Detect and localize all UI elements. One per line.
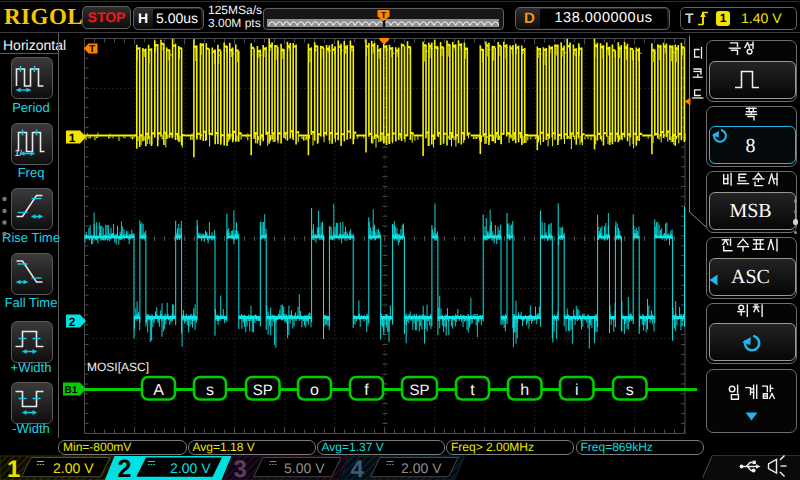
svg-text:2: 2 — [118, 455, 132, 480]
svg-text:2.00 V: 2.00 V — [401, 460, 442, 476]
svg-text:2.00 V: 2.00 V — [53, 460, 94, 476]
svg-text:2: 2 — [69, 315, 76, 329]
svg-text:h: h — [520, 382, 529, 399]
svg-text:T: T — [89, 44, 95, 55]
svg-text:s: s — [206, 382, 214, 399]
svg-text:A: A — [153, 382, 164, 399]
svg-text:3: 3 — [234, 456, 247, 480]
svg-text:f: f — [364, 382, 369, 399]
svg-text:i: i — [575, 382, 579, 399]
svg-text:SP: SP — [409, 382, 429, 399]
svg-text:SP: SP — [253, 382, 273, 399]
svg-text:2.00 V: 2.00 V — [170, 460, 211, 476]
svg-text:5.00 V: 5.00 V — [284, 460, 325, 476]
svg-text:1: 1 — [7, 456, 20, 480]
svg-text:1: 1 — [69, 131, 76, 145]
svg-text:t: t — [470, 382, 475, 399]
svg-text:MOSI[ASC]: MOSI[ASC] — [87, 360, 149, 374]
svg-text:o: o — [310, 382, 319, 399]
svg-text:B1: B1 — [65, 385, 78, 396]
svg-text:s: s — [626, 382, 634, 399]
svg-text:4: 4 — [351, 456, 365, 480]
